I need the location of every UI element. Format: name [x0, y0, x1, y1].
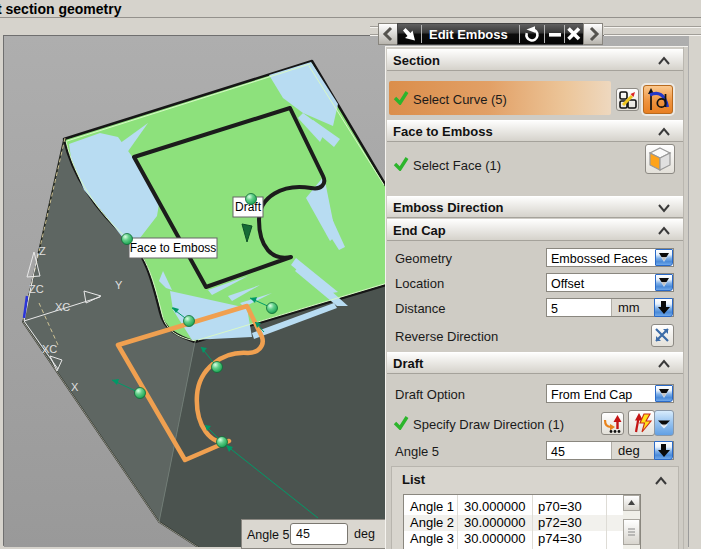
svg-text:X: X: [71, 381, 79, 393]
svg-text:ZC: ZC: [29, 283, 44, 295]
svg-text:Z: Z: [39, 245, 46, 257]
svg-text:Face to Emboss: Face to Emboss: [130, 241, 217, 255]
svg-text:XC: XC: [55, 301, 70, 313]
svg-text:XC: XC: [42, 343, 57, 355]
svg-text:Y: Y: [115, 279, 123, 291]
